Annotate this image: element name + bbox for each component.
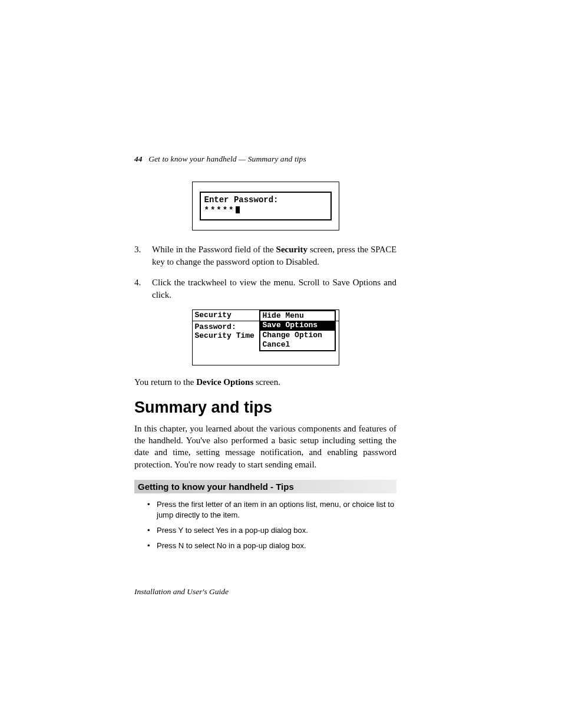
password-prompt-box: Enter Password: *****: [200, 192, 332, 220]
menu-body: Password: Security Time Hide Menu Save O…: [193, 321, 339, 365]
menu-item-selected: Save Options: [260, 321, 335, 331]
menu-left-line: Password:: [195, 322, 254, 332]
text-bold: Device Options: [196, 377, 253, 387]
text-fragment: While in the Password field of the: [152, 245, 276, 254]
return-paragraph: You return to the Device Options screen.: [134, 376, 396, 388]
password-screen: Enter Password: *****: [192, 182, 339, 230]
tip-item: • Press Y to select Yes in a pop-up dial…: [147, 525, 396, 536]
text-cursor: [236, 206, 240, 213]
tip-item: • Press N to select No in a pop-up dialo…: [147, 541, 396, 551]
step-number: 4.: [134, 276, 152, 301]
tip-text: Press Y to select Yes in a pop-up dialog…: [157, 525, 396, 536]
running-title: 44 Get to know your handheld — Summary a…: [134, 154, 396, 164]
menu-screen: Security Password: Security Time Hide Me…: [192, 309, 339, 365]
text-bold: Security: [276, 245, 308, 254]
menu-item: Cancel: [260, 340, 335, 350]
menu-item: Change Option: [260, 331, 335, 341]
tip-text: Press the first letter of an item in an …: [157, 499, 396, 521]
running-title-left: Get to know your handheld: [148, 154, 236, 163]
bullet-icon: •: [147, 541, 157, 551]
menu-left-labels: Password: Security Time: [195, 322, 254, 341]
tip-item: • Press the first letter of an item in a…: [147, 499, 396, 521]
tips-heading-bar: Getting to know your handheld - Tips: [134, 480, 396, 493]
section-heading: Summary and tips: [134, 398, 396, 417]
summary-paragraph: In this chapter, you learned about the v…: [134, 423, 396, 470]
text-smallcaps: SPACE: [371, 245, 396, 254]
password-mask: *****: [204, 206, 235, 215]
step-text: Click the trackwheel to view the menu. S…: [152, 276, 396, 301]
text-fragment: key to change the password option to Dis…: [152, 257, 319, 266]
bullet-icon: •: [147, 499, 157, 521]
document-page: 44 Get to know your handheld — Summary a…: [134, 154, 396, 597]
text-fragment: screen.: [253, 377, 280, 387]
step-text: While in the Password field of the Secur…: [152, 243, 396, 268]
running-title-separator: —: [237, 154, 248, 163]
step-number: 3.: [134, 243, 152, 268]
tip-text: Press N to select No in a pop-up dialog …: [157, 541, 396, 551]
menu-popup: Hide Menu Save Options Change Option Can…: [259, 310, 336, 351]
menu-item: Hide Menu: [260, 311, 335, 321]
document-footer: Installation and User's Guide: [134, 587, 396, 597]
tips-list: • Press the first letter of an item in a…: [134, 499, 396, 552]
instruction-step: 4. Click the trackwheel to view the menu…: [134, 276, 396, 301]
page-number: 44: [134, 154, 143, 163]
instruction-steps: 3. While in the Password field of the Se…: [134, 243, 396, 301]
text-fragment: screen, press the: [308, 245, 371, 254]
password-label: Enter Password:: [204, 195, 327, 206]
instruction-step: 3. While in the Password field of the Se…: [134, 243, 396, 268]
bullet-icon: •: [147, 525, 157, 536]
text-fragment: You return to the: [134, 377, 196, 387]
running-title-right: Summary and tips: [248, 154, 306, 163]
menu-left-line: Security Time: [195, 331, 254, 341]
